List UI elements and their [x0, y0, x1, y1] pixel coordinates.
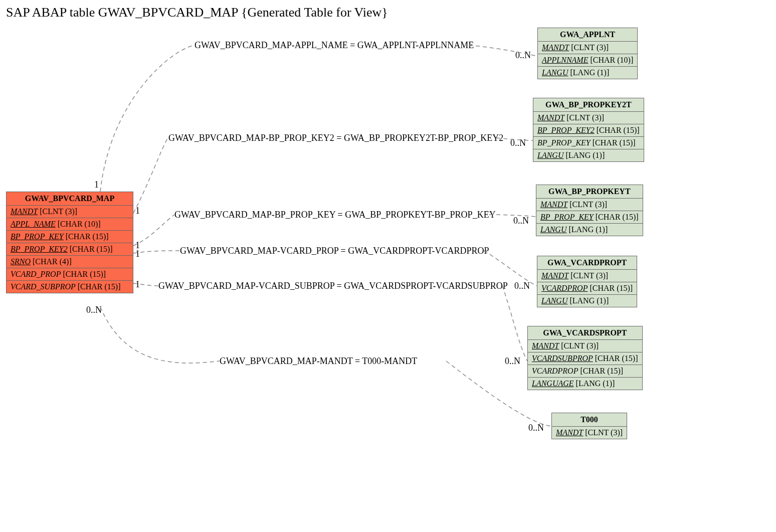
- field-row: LANGUAGE [LANG (1)]: [528, 378, 642, 390]
- entity-header: GWA_BP_PROPKEYT: [536, 185, 643, 199]
- entity-related-5: T000 MANDT [CLNT (3)]: [551, 413, 627, 439]
- entity-related-1: GWA_BP_PROPKEY2T MANDT [CLNT (3)]BP_PROP…: [533, 98, 644, 162]
- relation-label: GWAV_BPVCARD_MAP-BP_PROP_KEY = GWA_BP_PR…: [174, 210, 496, 220]
- entity-header: GWA_APPLNT: [538, 28, 637, 42]
- field-type: [CLNT (3)]: [38, 207, 77, 216]
- field-row: MANDT [CLNT (3)]: [552, 427, 627, 439]
- field-type: [CHAR (15)]: [68, 245, 113, 253]
- field-type: [CLNT (3)]: [583, 428, 623, 437]
- relation-label: GWAV_BPVCARD_MAP-VCARD_SUBPROP = GWA_VCA…: [158, 281, 508, 291]
- cardinality-related: 0..N: [513, 216, 529, 226]
- field-row: LANGU [LANG (1)]: [536, 224, 643, 236]
- cardinality-related: 0..N: [528, 423, 544, 433]
- field-name: VCARD_SUBPROP: [11, 282, 76, 291]
- field-name: VCARDPROP: [541, 284, 588, 292]
- cardinality-related: 0..N: [505, 356, 520, 367]
- field-type: [CLNT (3)]: [559, 341, 599, 350]
- field-name: MANDT: [537, 113, 564, 122]
- cardinality-main: 1: [135, 206, 140, 216]
- field-row: VCARDPROP [CHAR (15)]: [537, 282, 637, 295]
- cardinality-related: 0..N: [515, 50, 531, 61]
- field-row: BP_PROP_KEY2 [CHAR (15)]: [533, 124, 644, 137]
- field-row: BP_PROP_KEY [CHAR (15)]: [536, 211, 643, 224]
- field-type: [LANG (1)]: [566, 225, 608, 234]
- field-row: APPLNNAME [CHAR (10)]: [538, 54, 637, 67]
- field-name: MANDT: [541, 271, 568, 280]
- field-type: [LANG (1)]: [567, 296, 609, 305]
- field-row: VCARD_SUBPROP [CHAR (15)]: [7, 281, 133, 293]
- field-row: MANDT [CLNT (3)]: [528, 340, 642, 352]
- field-type: [CHAR (15)]: [594, 213, 639, 221]
- relation-label: GWAV_BPVCARD_MAP-VCARD_PROP = GWA_VCARDP…: [180, 246, 489, 256]
- field-name: LANGU: [541, 296, 567, 305]
- field-name: VCARD_PROP: [11, 270, 61, 278]
- field-type: [CHAR (15)]: [588, 284, 633, 292]
- cardinality-related: 0..N: [514, 281, 530, 291]
- field-row: VCARDPROP [CHAR (15)]: [528, 365, 642, 378]
- field-row: APPL_NAME [CHAR (10)]: [7, 218, 133, 231]
- field-row: BP_PROP_KEY [CHAR (15)]: [533, 137, 644, 149]
- field-row: BP_PROP_KEY2 [CHAR (15)]: [7, 243, 133, 256]
- field-name: LANGU: [537, 151, 563, 159]
- relation-label: GWAV_BPVCARD_MAP-APPL_NAME = GWA_APPLNT-…: [195, 40, 474, 51]
- field-name: VCARDSUBPROP: [532, 354, 593, 363]
- field-type: [CLNT (3)]: [568, 271, 608, 280]
- cardinality-main: 1: [135, 279, 140, 290]
- entity-main: GWAV_BPVCARD_MAP MANDT [CLNT (3)]APPL_NA…: [6, 192, 133, 293]
- field-name: BP_PROP_KEY2: [11, 245, 68, 253]
- field-name: LANGU: [542, 68, 568, 77]
- field-name: APPLNNAME: [542, 56, 588, 64]
- field-type: [CHAR (15)]: [593, 354, 638, 363]
- field-name: MANDT: [542, 43, 569, 52]
- field-type: [CHAR (15)]: [61, 270, 106, 278]
- field-row: MANDT [CLNT (3)]: [7, 206, 133, 218]
- cardinality-related: 0..N: [510, 138, 526, 148]
- field-type: [CLNT (3)]: [569, 43, 609, 52]
- field-name: BP_PROP_KEY: [11, 232, 64, 241]
- field-row: MANDT [CLNT (3)]: [536, 199, 643, 211]
- entity-header: GWA_VCARDPROPT: [537, 256, 637, 270]
- field-type: [CHAR (15)]: [578, 367, 623, 375]
- entity-related-4: GWA_VCARDSPROPT MANDT [CLNT (3)]VCARDSUB…: [527, 326, 643, 390]
- field-name: MANDT: [532, 341, 559, 350]
- field-name: LANGU: [540, 225, 566, 234]
- field-name: MANDT: [11, 207, 38, 216]
- field-type: [LANG (1)]: [568, 68, 609, 77]
- field-row: SRNO [CHAR (4)]: [7, 256, 133, 268]
- field-type: [CHAR (15)]: [76, 282, 121, 291]
- field-row: LANGU [LANG (1)]: [533, 149, 644, 161]
- field-name: BP_PROP_KEY2: [537, 126, 595, 134]
- field-name: LANGUAGE: [532, 379, 574, 388]
- field-row: VCARDSUBPROP [CHAR (15)]: [528, 352, 642, 365]
- field-type: [CHAR (15)]: [591, 138, 636, 147]
- field-row: VCARD_PROP [CHAR (15)]: [7, 268, 133, 281]
- page-title: SAP ABAP table GWAV_BPVCARD_MAP {Generat…: [6, 5, 388, 20]
- field-row: MANDT [CLNT (3)]: [533, 112, 644, 124]
- field-name: MANDT: [556, 428, 583, 437]
- entity-related-2: GWA_BP_PROPKEYT MANDT [CLNT (3)]BP_PROP_…: [536, 185, 643, 236]
- field-name: SRNO: [11, 257, 31, 266]
- field-row: MANDT [CLNT (3)]: [537, 270, 637, 282]
- field-name: APPL_NAME: [11, 220, 56, 228]
- relation-label: GWAV_BPVCARD_MAP-BP_PROP_KEY2 = GWA_BP_P…: [168, 133, 503, 143]
- field-name: BP_PROP_KEY: [540, 213, 594, 221]
- field-type: [CHAR (10)]: [588, 56, 633, 64]
- field-name: BP_PROP_KEY: [537, 138, 591, 147]
- cardinality-main: 1: [94, 180, 99, 190]
- field-name: VCARDPROP: [532, 367, 578, 375]
- field-name: MANDT: [540, 200, 567, 209]
- field-type: [CLNT (3)]: [567, 200, 607, 209]
- field-row: BP_PROP_KEY [CHAR (15)]: [7, 231, 133, 243]
- field-type: [CLNT (3)]: [564, 113, 604, 122]
- field-row: LANGU [LANG (1)]: [537, 295, 637, 307]
- cardinality-main: 1: [135, 249, 140, 259]
- entity-related-3: GWA_VCARDPROPT MANDT [CLNT (3)]VCARDPROP…: [537, 256, 637, 307]
- relation-label: GWAV_BPVCARD_MAP-MANDT = T000-MANDT: [220, 356, 417, 367]
- entity-header: GWA_VCARDSPROPT: [528, 326, 642, 340]
- field-type: [CHAR (4)]: [31, 257, 72, 266]
- entity-header: GWA_BP_PROPKEY2T: [533, 98, 644, 112]
- entity-related-0: GWA_APPLNT MANDT [CLNT (3)]APPLNNAME [CH…: [537, 28, 638, 79]
- entity-header: T000: [552, 413, 627, 427]
- field-row: MANDT [CLNT (3)]: [538, 42, 637, 54]
- field-type: [LANG (1)]: [563, 151, 605, 159]
